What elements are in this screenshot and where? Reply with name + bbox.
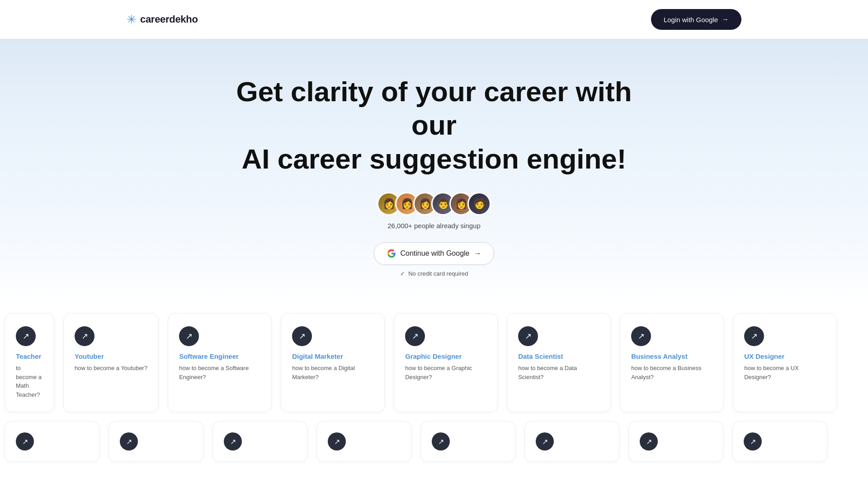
card-icon: ↗ bbox=[179, 326, 199, 346]
login-with-google-button[interactable]: Login with Google → bbox=[651, 9, 741, 30]
header: ✳ careerdekho Login with Google → bbox=[0, 0, 868, 39]
continue-with-google-button[interactable]: Continue with Google → bbox=[374, 242, 495, 265]
login-arrow-icon: → bbox=[722, 15, 729, 23]
google-logo-icon bbox=[387, 249, 396, 258]
card[interactable]: ↗ Teacher to become a Math Teacher? bbox=[5, 313, 54, 412]
card[interactable]: ↗ Business Analyst how to become a Busin… bbox=[620, 313, 724, 412]
card-icon: ↗ bbox=[744, 326, 764, 346]
card[interactable]: ↗ Software Engineer how to become a Soft… bbox=[168, 313, 272, 412]
card-icon: ↗ bbox=[518, 326, 538, 346]
card-small[interactable]: ↗ bbox=[732, 421, 827, 462]
cards-section: ↗ Teacher to become a Math Teacher? ↗ Yo… bbox=[0, 304, 868, 484]
card-icon: ↗ bbox=[224, 432, 242, 450]
career-cards-row-2: ↗ ↗ ↗ ↗ ↗ ↗ ↗ ↗ bbox=[0, 421, 868, 471]
card-small[interactable]: ↗ bbox=[628, 421, 723, 462]
card-small[interactable]: ↗ bbox=[420, 421, 515, 462]
hero-section: Get clarity of your career with our AI c… bbox=[0, 39, 868, 304]
card-title: Business Analyst bbox=[631, 352, 712, 360]
avatar: 🧑 bbox=[467, 192, 491, 216]
card-icon: ↗ bbox=[292, 326, 312, 346]
logo-icon: ✳ bbox=[127, 13, 137, 27]
card-desc: how to become a Youtuber? bbox=[75, 364, 147, 373]
card[interactable]: ↗ Graphic Designer how to become a Graph… bbox=[394, 313, 498, 412]
checkmark-icon: ✓ bbox=[400, 270, 405, 277]
card-small[interactable]: ↗ bbox=[5, 421, 99, 462]
signup-count: 26,000+ people already singup bbox=[0, 222, 868, 230]
card-title: UX Designer bbox=[744, 352, 826, 360]
card-desc: how to become a Graphic Designer? bbox=[405, 364, 486, 381]
google-button-arrow: → bbox=[474, 249, 481, 258]
card-title: Data Scientist bbox=[518, 352, 599, 360]
card-title: Digital Marketer bbox=[292, 352, 373, 360]
card-desc: how to become a Business Analyst? bbox=[631, 364, 712, 381]
card-small[interactable]: ↗ bbox=[108, 421, 203, 462]
google-button-label: Continue with Google bbox=[401, 249, 470, 258]
card-desc: to become a Math Teacher? bbox=[16, 364, 43, 399]
card-small[interactable]: ↗ bbox=[212, 421, 307, 462]
card[interactable]: ↗ Youtuber how to become a Youtuber? bbox=[63, 313, 159, 412]
card-title: Teacher bbox=[16, 352, 43, 360]
card[interactable]: ↗ Data Scientist how to become a Data Sc… bbox=[507, 313, 611, 412]
card-small[interactable]: ↗ bbox=[316, 421, 411, 462]
card-icon: ↗ bbox=[16, 326, 36, 346]
card-desc: how to become a Digital Marketer? bbox=[292, 364, 373, 381]
logo-text: careerdekho bbox=[140, 14, 198, 25]
card-icon: ↗ bbox=[631, 326, 651, 346]
login-button-label: Login with Google bbox=[664, 16, 718, 23]
no-credit-card-text: ✓ No credit card required bbox=[0, 270, 868, 277]
card-desc: how to become a Software Engineer? bbox=[179, 364, 260, 381]
logo: ✳ careerdekho bbox=[127, 13, 198, 27]
card[interactable]: ↗ UX Designer how to become a UX Designe… bbox=[733, 313, 837, 412]
avatar-group: 👩 👩 👩 👨 👩 🧑 bbox=[0, 192, 868, 216]
card-icon: ↗ bbox=[75, 326, 94, 346]
card-icon: ↗ bbox=[432, 432, 450, 450]
card-icon: ↗ bbox=[536, 432, 554, 450]
card-icon: ↗ bbox=[120, 432, 138, 450]
card-icon: ↗ bbox=[405, 326, 425, 346]
card-desc: how to become a UX Designer? bbox=[744, 364, 826, 381]
card[interactable]: ↗ Digital Marketer how to become a Digit… bbox=[281, 313, 385, 412]
hero-title: Get clarity of your career with our AI c… bbox=[231, 75, 637, 176]
card-icon: ↗ bbox=[744, 432, 762, 450]
card-title: Software Engineer bbox=[179, 352, 260, 360]
card-title: Graphic Designer bbox=[405, 352, 486, 360]
card-icon: ↗ bbox=[640, 432, 658, 450]
card-desc: how to become a Data Scientist? bbox=[518, 364, 599, 381]
card-icon: ↗ bbox=[16, 432, 34, 450]
card-icon: ↗ bbox=[328, 432, 346, 450]
card-small[interactable]: ↗ bbox=[524, 421, 619, 462]
card-title: Youtuber bbox=[75, 352, 147, 360]
career-cards-row-1: ↗ Teacher to become a Math Teacher? ↗ Yo… bbox=[0, 304, 868, 421]
